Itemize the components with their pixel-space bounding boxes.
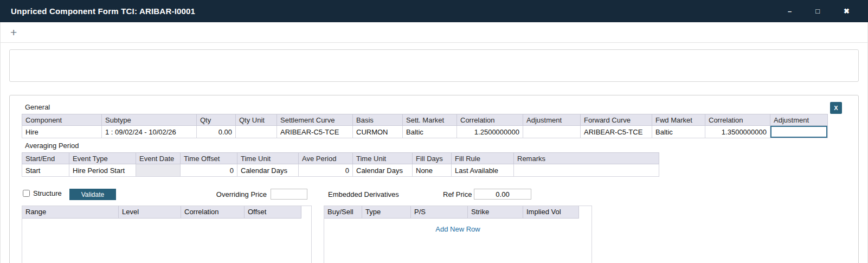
col-header-remarks: Remarks [514,153,659,164]
col-header-event-type: Event Type [69,153,136,164]
cell-fwd-market[interactable]: Baltic [652,126,705,138]
cell-qty-unit[interactable] [236,126,277,138]
add-new-row-link[interactable]: Add New Row [435,225,480,233]
structure-checkbox-label: Structure [33,189,62,197]
cell-correlation-2[interactable]: 1.3500000000 [705,126,770,138]
cell-fill-rule[interactable]: Last Available [452,164,514,177]
panel-close-button[interactable]: X [830,102,842,114]
embedded-derivatives-table: Buy/Sell Type P/S Strike Implied Vol Add… [324,206,592,263]
cell-time-unit-2[interactable]: Calendar Days [353,164,413,177]
structure-table: Range Level Correlation Offset [22,206,312,263]
cell-subtype[interactable]: 1 : 09/02/24 - 10/02/26 [102,126,197,138]
overriding-price-label: Overriding Price [201,190,267,198]
validate-button[interactable]: Validate [69,189,116,200]
cell-event-type[interactable]: Hire Period Start [69,164,136,177]
col-header-event-date: Event Date [136,153,181,164]
component-form-panel: X General Component Subtype Qty Qty Unit… [9,95,859,263]
col-header-basis: Basis [353,114,403,126]
cell-time-offset[interactable]: 0 [181,164,237,177]
window-content: + X General Component Subtype Qty Qty Un… [0,22,868,263]
bottom-tables: Range Level Correlation Offset Buy/Sell … [22,206,858,263]
window-title: Unpriced Component Form TCI: ARIBAR-I000… [11,7,195,16]
close-icon[interactable]: ✖ [844,8,850,15]
col-header-fill-rule: Fill Rule [452,153,514,164]
col-header-level: Level [119,206,181,219]
embedded-derivatives-label: Embedded Derivatives [328,190,399,198]
col-header-correlation-range: Correlation [181,206,245,219]
averaging-header-row: Start/End Event Type Event Date Time Off… [22,153,659,164]
averaging-section-label: Averaging Period [25,142,858,150]
structure-controls-row: Structure Validate Overriding Price Embe… [22,189,858,201]
cell-component[interactable]: Hire [22,126,102,138]
cell-start-end[interactable]: Start [22,164,69,177]
col-header-time-unit: Time Unit [237,153,299,164]
structure-table-header: Range Level Correlation Offset [22,206,311,219]
averaging-data-row: Start Hire Period Start 0 Calendar Days … [22,164,659,177]
cell-remarks[interactable] [514,164,659,177]
ref-price-label: Ref Price [443,190,472,198]
overriding-price-input[interactable] [271,189,307,200]
general-data-row: Hire 1 : 09/02/24 - 10/02/26 0.00 ARIBEA… [22,126,828,138]
col-header-start-end: Start/End [22,153,69,164]
cell-forward-curve[interactable]: ARIBEAR-C5-TCE [581,126,652,138]
cell-ave-period[interactable]: 0 [299,164,353,177]
cell-basis[interactable]: CURMON [353,126,403,138]
col-header-time-unit-2: Time Unit [353,153,413,164]
cell-sett-market[interactable]: Baltic [403,126,457,138]
general-table: Component Subtype Qty Qty Unit Settlemen… [22,114,828,138]
cell-correlation[interactable]: 1.2500000000 [457,126,523,138]
maximize-icon[interactable]: □ [815,8,820,15]
col-header-range: Range [22,206,119,219]
col-header-qty-unit: Qty Unit [236,114,277,126]
cell-fill-days[interactable]: None [413,164,452,177]
add-icon[interactable]: + [10,27,17,38]
col-header-strike: Strike [468,206,523,219]
col-header-p-s: P/S [411,206,468,219]
window-controls: – □ ✖ [788,8,868,15]
cell-qty[interactable]: 0.00 [197,126,236,138]
col-header-ave-period: Ave Period [299,153,353,164]
col-header-correlation: Correlation [457,114,523,126]
general-section-label: General [25,103,858,111]
col-header-time-offset: Time Offset [181,153,237,164]
toolbar: + [1,22,867,43]
cell-time-unit[interactable]: Calendar Days [237,164,299,177]
averaging-table: Start/End Event Type Event Date Time Off… [22,152,659,177]
col-header-offset: Offset [245,206,301,219]
ref-price-input[interactable] [474,189,531,200]
col-header-adjustment: Adjustment [523,114,581,126]
col-header-subtype: Subtype [102,114,197,126]
col-header-qty: Qty [197,114,236,126]
col-header-forward-curve: Forward Curve [581,114,652,126]
minimize-icon[interactable]: – [788,8,792,15]
structure-checkbox[interactable] [23,190,30,197]
embedded-derivatives-table-header: Buy/Sell Type P/S Strike Implied Vol [324,206,591,219]
col-header-fill-days: Fill Days [413,153,452,164]
col-header-buy-sell: Buy/Sell [324,206,362,219]
col-header-adjustment-2: Adjustment [770,114,828,126]
general-header-row: Component Subtype Qty Qty Unit Settlemen… [22,114,828,126]
col-header-sett-market: Sett. Market [403,114,457,126]
cell-adjustment-2-focused[interactable] [770,126,828,138]
col-header-settlement-curve: Settlement Curve [277,114,353,126]
component-list-area [9,49,859,82]
col-header-component: Component [22,114,102,126]
embedded-derivatives-table-body: Add New Row [324,225,591,233]
structure-checkbox-wrap: Structure [23,189,62,197]
cell-event-date [136,164,181,177]
cell-settlement-curve[interactable]: ARIBEAR-C5-TCE [277,126,353,138]
title-bar: Unpriced Component Form TCI: ARIBAR-I000… [0,0,868,22]
col-header-fwd-market: Fwd Market [652,114,705,126]
cell-adjustment[interactable] [523,126,581,138]
col-header-type: Type [362,206,411,219]
col-header-correlation-2: Correlation [705,114,770,126]
col-header-implied-vol: Implied Vol [523,206,579,219]
